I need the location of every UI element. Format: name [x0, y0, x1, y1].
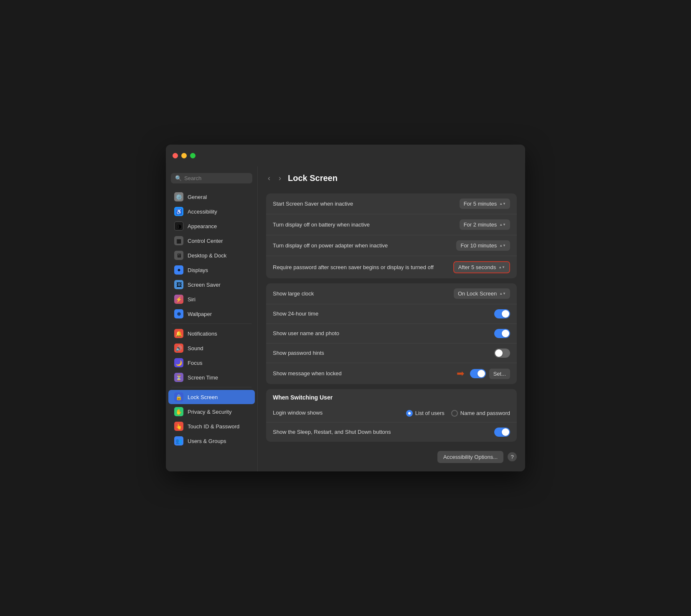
sidebar-item-screen-time[interactable]: ⏳ Screen Time — [168, 370, 255, 384]
sidebar-item-label: Sound — [188, 345, 203, 351]
sidebar-item-label: Appearance — [188, 223, 217, 229]
sidebar-item-appearance[interactable]: ◑ Appearance — [168, 219, 255, 233]
screen-saver-control: For 5 minutes ▲▼ — [460, 199, 510, 209]
toggle-knob — [502, 310, 509, 318]
sidebar-item-wallpaper[interactable]: ❄ Wallpaper — [168, 307, 255, 321]
sidebar-item-siri[interactable]: ⚡ Siri — [168, 292, 255, 306]
sidebar-item-label: Screen Saver — [188, 282, 221, 288]
accessibility-icon: ♿ — [174, 207, 183, 216]
accessibility-options-button[interactable]: Accessibility Options... — [437, 451, 503, 463]
shutdown-toggle[interactable] — [494, 428, 510, 437]
separator — [172, 387, 252, 387]
sidebar-item-privacy-security[interactable]: ✋ Privacy & Security — [168, 405, 255, 419]
general-icon: ⚙️ — [174, 192, 183, 201]
minimize-button[interactable] — [181, 153, 187, 158]
sidebar-item-general[interactable]: ⚙️ General — [168, 190, 255, 204]
search-icon: 🔍 — [175, 175, 182, 181]
toggle-knob — [495, 349, 503, 357]
back-button[interactable]: ‹ — [266, 173, 272, 183]
screen-saver-row: Start Screen Saver when inactive For 5 m… — [266, 193, 517, 214]
power-adapter-label: Turn display off on power adapter when i… — [273, 242, 450, 249]
sidebar-item-control-center[interactable]: ▦ Control Center — [168, 234, 255, 248]
password-hints-label: Show password hints — [273, 349, 488, 357]
sidebar: 🔍 ⚙️ General ♿ Accessibility ◑ A — [166, 166, 258, 471]
desktop-dock-icon: 🖥 — [174, 251, 183, 260]
main-header: ‹ › Lock Screen — [266, 173, 517, 187]
toggle-knob — [502, 330, 509, 337]
password-hints-toggle[interactable] — [494, 349, 510, 358]
password-label: Require password after screen saver begi… — [273, 264, 447, 271]
stepper-value: For 2 minutes — [464, 221, 497, 228]
forward-button[interactable]: › — [277, 173, 283, 183]
sidebar-item-desktop-dock[interactable]: 🖥 Desktop & Dock — [168, 248, 255, 262]
large-clock-stepper[interactable]: On Lock Screen ▲▼ — [454, 288, 510, 299]
sidebar-item-lock-screen[interactable]: 🔒 Lock Screen — [168, 390, 255, 404]
message-label: Show message when locked — [273, 370, 450, 377]
appearance-icon: ◑ — [174, 221, 183, 231]
sidebar-item-label: Lock Screen — [188, 394, 218, 400]
sidebar-item-label: Control Center — [188, 238, 223, 244]
notifications-icon: 🔔 — [174, 329, 183, 338]
screen-saver-card: Start Screen Saver when inactive For 5 m… — [266, 193, 517, 278]
stepper-value: On Lock Screen — [458, 290, 497, 297]
search-container: 🔍 — [166, 170, 257, 188]
set-button[interactable]: Set... — [489, 369, 510, 379]
sidebar-item-displays[interactable]: ✦ Displays — [168, 263, 255, 277]
message-toggle[interactable] — [470, 369, 486, 378]
titlebar — [166, 145, 525, 166]
login-window-row: Login window shows List of users Name an… — [266, 404, 517, 422]
large-clock-row: Show large clock On Lock Screen ▲▼ — [266, 283, 517, 304]
footer: Accessibility Options... ? — [266, 447, 517, 465]
maximize-button[interactable] — [190, 153, 196, 158]
arrow-indicator: ➡ — [457, 368, 464, 379]
switching-user-card: When Switching User Login window shows L… — [266, 389, 517, 441]
shutdown-buttons-row: Show the Sleep, Restart, and Shut Down b… — [266, 423, 517, 442]
password-row: Require password after screen saver begi… — [266, 256, 517, 278]
power-adapter-control: For 10 minutes ▲▼ — [456, 240, 510, 251]
screen-saver-label: Start Screen Saver when inactive — [273, 200, 453, 208]
toggle-knob — [502, 428, 509, 436]
login-window-label: Login window shows — [273, 409, 399, 417]
radio-label-name-password: Name and password — [460, 410, 510, 416]
stepper-arrows: ▲▼ — [499, 244, 506, 247]
sidebar-item-touch-id[interactable]: 👆 Touch ID & Password — [168, 419, 255, 433]
privacy-icon: ✋ — [174, 407, 183, 416]
sidebar-item-label: General — [188, 194, 207, 200]
wallpaper-icon: ❄ — [174, 309, 183, 318]
message-row: Show message when locked ➡ Set... — [266, 363, 517, 384]
battery-label: Turn display off on battery when inactiv… — [273, 221, 453, 229]
sidebar-item-sound[interactable]: 🔊 Sound — [168, 341, 255, 355]
help-button[interactable]: ? — [508, 452, 517, 461]
sidebar-item-label: Desktop & Dock — [188, 252, 226, 259]
battery-stepper[interactable]: For 2 minutes ▲▼ — [460, 219, 510, 230]
siri-icon: ⚡ — [174, 295, 183, 304]
radio-list-of-users[interactable]: List of users — [406, 410, 445, 417]
sidebar-section-main: ⚙️ General ♿ Accessibility ◑ Appearance … — [166, 188, 257, 449]
sidebar-item-label: Notifications — [188, 331, 217, 337]
screen-time-icon: ⏳ — [174, 373, 183, 382]
large-clock-label: Show large clock — [273, 290, 447, 298]
sidebar-item-accessibility[interactable]: ♿ Accessibility — [168, 204, 255, 219]
password-stepper[interactable]: After 5 seconds ▲▼ — [453, 261, 510, 273]
radio-name-password[interactable]: Name and password — [451, 410, 510, 417]
password-hints-control — [494, 349, 510, 358]
screen-saver-stepper[interactable]: For 5 minutes ▲▼ — [460, 199, 510, 209]
clock-card: Show large clock On Lock Screen ▲▼ Show … — [266, 283, 517, 384]
username-control — [494, 329, 510, 338]
screen-saver-icon: 🖼 — [174, 280, 183, 289]
search-input[interactable] — [184, 175, 248, 181]
close-button[interactable] — [173, 153, 178, 158]
message-control: ➡ Set... — [457, 368, 510, 379]
sidebar-item-screen-saver[interactable]: 🖼 Screen Saver — [168, 277, 255, 292]
username-toggle[interactable] — [494, 329, 510, 338]
users-groups-icon: 👥 — [174, 436, 183, 445]
24hr-row: Show 24-hour time — [266, 304, 517, 324]
power-adapter-stepper[interactable]: For 10 minutes ▲▼ — [456, 240, 510, 251]
sidebar-item-focus[interactable]: 🌙 Focus — [168, 356, 255, 370]
sidebar-item-users-groups[interactable]: 👥 Users & Groups — [168, 434, 255, 448]
radio-label-list-of-users: List of users — [415, 410, 445, 416]
sidebar-item-notifications[interactable]: 🔔 Notifications — [168, 326, 255, 341]
search-box[interactable]: 🔍 — [171, 173, 252, 183]
touch-id-icon: 👆 — [174, 422, 183, 431]
24hr-toggle[interactable] — [494, 309, 510, 318]
